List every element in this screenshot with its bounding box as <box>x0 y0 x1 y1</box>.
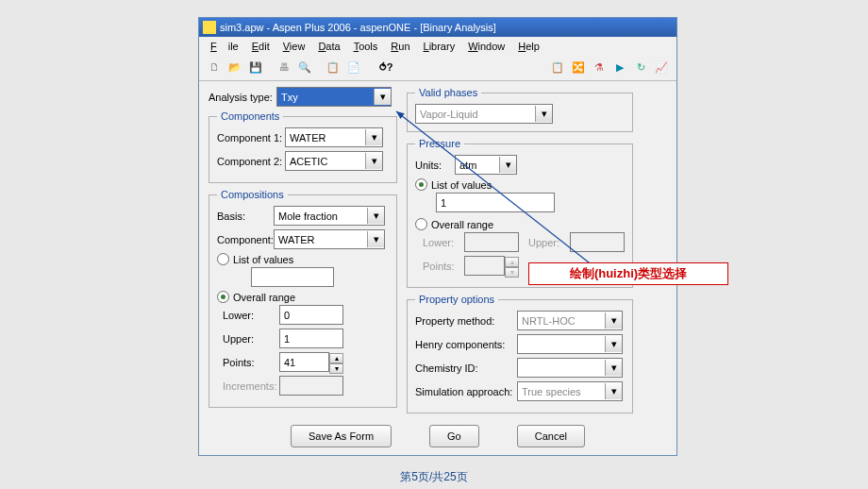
henry-select[interactable]: ▾ <box>517 334 623 354</box>
pres-points-input <box>464 256 505 276</box>
comp-label: Component: <box>217 234 274 245</box>
comp-list-radio[interactable]: List of values <box>217 253 389 265</box>
chem-label: Chemistry ID: <box>415 363 517 374</box>
units-select[interactable]: atm▾ <box>455 155 517 175</box>
units-label: Units: <box>415 160 455 171</box>
menu-window[interactable]: Window <box>462 39 510 54</box>
compositions-group: Compositions Basis: Mole fraction▾ Compo… <box>209 189 397 408</box>
components-group: Components Component 1: WATER▾ Component… <box>209 110 397 183</box>
app-window: sim3.apw - Aspen Plus 2006 - aspenONE - … <box>198 17 677 456</box>
menu-help[interactable]: Help <box>512 39 545 54</box>
form-icon[interactable]: 📋 <box>550 59 565 75</box>
toolbar: 🗋 📂 💾 🖶 🔍 📋 📄 ⥀? 📋 🔀 ⚗ ▶ ↻ 📈 <box>199 56 676 81</box>
validphases-group: Valid phases Vapor-Liquid▾ <box>407 87 633 132</box>
page-footer: 第5页/共25页 <box>0 469 868 485</box>
sim-label: Simulation approach: <box>415 386 517 397</box>
print-icon[interactable]: 🖶 <box>276 59 292 75</box>
menu-view[interactable]: View <box>277 39 311 54</box>
incr-input <box>279 376 343 396</box>
analysis-type-label: Analysis type: <box>209 92 276 103</box>
menu-run[interactable]: Run <box>385 39 415 54</box>
paste-icon[interactable]: 📄 <box>346 59 361 75</box>
title-bar: sim3.apw - Aspen Plus 2006 - aspenONE - … <box>199 18 676 37</box>
component1-label: Component 1: <box>217 132 285 143</box>
preview-icon[interactable]: 🔍 <box>297 59 312 75</box>
new-icon[interactable]: 🗋 <box>207 59 222 75</box>
app-icon <box>203 21 216 34</box>
compositions-legend: Compositions <box>217 189 288 200</box>
menu-tools[interactable]: Tools <box>348 39 384 54</box>
pres-list-input[interactable]: 1 <box>436 193 555 212</box>
upper-label: Upper: <box>223 333 279 345</box>
points-label: Points: <box>223 357 279 368</box>
cancel-button[interactable]: Cancel <box>517 425 585 447</box>
points-spinner[interactable]: ▴▾ <box>329 353 343 371</box>
propopts-group: Property options Property method: NRTL-H… <box>407 294 633 413</box>
henry-label: Henry components: <box>415 339 517 350</box>
comp-select[interactable]: WATER▾ <box>274 229 385 249</box>
basis-label: Basis: <box>217 211 274 222</box>
propopts-legend: Property options <box>415 294 498 305</box>
component1-select[interactable]: WATER▾ <box>285 127 383 147</box>
lower-input[interactable]: 0 <box>279 305 343 325</box>
chart-icon[interactable]: 📈 <box>654 59 669 75</box>
dropdown-icon: ▾ <box>374 89 391 105</box>
menu-file[interactable]: File <box>205 39 244 54</box>
copy-icon[interactable]: 📋 <box>326 59 341 75</box>
method-select[interactable]: NRTL-HOC▾ <box>517 311 623 330</box>
callout-box: 绘制(huizhi)类型选择 <box>528 262 728 285</box>
go-button[interactable]: Go <box>429 425 479 447</box>
validphases-select[interactable]: Vapor-Liquid▾ <box>415 104 553 124</box>
menu-edit[interactable]: Edit <box>246 39 275 54</box>
basis-select[interactable]: Mole fraction▾ <box>274 206 385 226</box>
pres-upper-input <box>570 232 625 252</box>
pres-lower-label: Lower: <box>423 237 464 248</box>
next-icon[interactable]: ▶ <box>612 59 627 75</box>
run-icon[interactable]: ↻ <box>633 59 648 75</box>
tree-icon[interactable]: 🔀 <box>571 59 586 75</box>
component2-select[interactable]: ACETIC▾ <box>285 151 383 171</box>
pressure-legend: Pressure <box>415 138 464 149</box>
pres-overall-radio[interactable]: Overall range <box>415 218 625 230</box>
sim-select[interactable]: True species▾ <box>517 381 623 401</box>
pres-list-radio[interactable]: List of values <box>415 178 625 191</box>
pres-upper-label: Upper: <box>528 237 570 248</box>
title-text: sim3.apw - Aspen Plus 2006 - aspenONE - … <box>220 22 496 33</box>
menu-library[interactable]: Library <box>418 39 461 54</box>
pres-points-label: Points: <box>423 261 464 272</box>
help-icon[interactable]: ⥀? <box>378 59 393 75</box>
comp-overall-radio[interactable]: Overall range <box>217 291 389 303</box>
menu-bar: File Edit View Data Tools Run Library Wi… <box>199 37 676 56</box>
save-as-form-button[interactable]: Save As Form <box>291 425 392 447</box>
comp-list-input[interactable] <box>251 267 334 287</box>
component2-label: Component 2: <box>217 156 285 167</box>
method-label: Property method: <box>415 315 517 327</box>
points-input[interactable]: 41 <box>279 352 329 372</box>
pres-lower-input <box>464 232 519 252</box>
incr-label: Increments: <box>223 380 279 392</box>
open-icon[interactable]: 📂 <box>227 59 242 75</box>
lower-label: Lower: <box>223 310 279 321</box>
upper-input[interactable]: 1 <box>279 329 343 348</box>
pres-points-spinner: ▴▾ <box>505 257 519 275</box>
components-legend: Components <box>217 110 283 122</box>
menu-data[interactable]: Data <box>312 39 345 54</box>
save-icon[interactable]: 💾 <box>248 59 263 75</box>
analysis-type-select[interactable]: Txy▾ <box>276 87 392 107</box>
chem-select[interactable]: ▾ <box>517 358 623 378</box>
stream-icon[interactable]: ⚗ <box>592 59 607 75</box>
validphases-legend: Valid phases <box>415 87 481 98</box>
